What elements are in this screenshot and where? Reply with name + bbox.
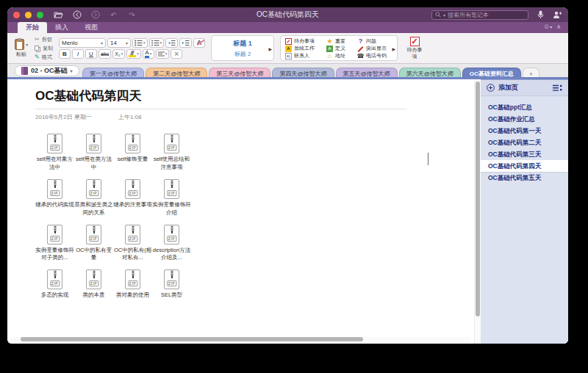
- tab-view[interactable]: 视图: [76, 22, 106, 33]
- forward-icon[interactable]: [90, 10, 100, 20]
- attachment-item[interactable]: ZIP类对象的使用: [113, 269, 152, 300]
- cut-button[interactable]: ✂剪切: [35, 36, 53, 43]
- underline-button[interactable]: U: [85, 49, 97, 59]
- zip-file-icon: ZIP: [164, 225, 179, 245]
- horizontal-scrollbar-thumb[interactable]: [21, 337, 363, 341]
- delete-button[interactable]: ×: [171, 49, 182, 59]
- horizontal-scrollbar[interactable]: [10, 337, 471, 341]
- collapse-ribbon-icon[interactable]: ∧: [556, 23, 561, 30]
- contact-card-icon: [285, 53, 292, 59]
- zoom-window-button[interactable]: [37, 12, 43, 18]
- attachment-item[interactable]: ZIP类的本质: [74, 269, 113, 300]
- sort-pages-icon[interactable]: [553, 84, 562, 92]
- tag-definition[interactable]: A定义: [326, 45, 345, 52]
- tag-highlight[interactable]: 突出显示: [357, 45, 387, 52]
- attachment-item[interactable]: ZIP继承的代码实现: [35, 179, 74, 217]
- tag-followup[interactable]: A后续工作: [285, 45, 315, 52]
- italic-button[interactable]: I: [72, 49, 84, 59]
- notebook-switcher[interactable]: 02 - OC基础 ▾: [15, 65, 79, 76]
- tag-phone[interactable]: ☎电话号码: [357, 52, 387, 59]
- feedback-smiley-icon[interactable]: ☺▾: [543, 23, 552, 30]
- tag-question[interactable]: ?问题: [357, 37, 387, 45]
- zip-file-icon: ZIP: [164, 134, 179, 153]
- paste-button[interactable]: ▾ 粘贴: [12, 39, 31, 58]
- page-list-item[interactable]: OC基础ppt汇总: [481, 101, 568, 113]
- attachment-item[interactable]: ZIPself修饰变量: [113, 134, 152, 172]
- page-list-item[interactable]: OC基础代码第二天: [481, 137, 568, 148]
- star-icon: ★: [326, 38, 333, 45]
- highlight-color-button[interactable]: ▾: [126, 49, 141, 59]
- attachment-item[interactable]: ZIP实例变量修饰符介绍: [152, 179, 191, 217]
- vertical-scrollbar[interactable]: [474, 79, 481, 344]
- tags-scroll-arrow-icon[interactable]: ▶: [392, 46, 395, 51]
- dictation-mic-icon[interactable]: [536, 10, 545, 20]
- page-list-item[interactable]: OC基础代码第五天: [481, 172, 568, 184]
- zip-file-icon: ZIP: [47, 134, 62, 153]
- undo-icon[interactable]: ↶: [109, 10, 118, 20]
- tab-insert[interactable]: 插入: [47, 22, 76, 33]
- tag-todo[interactable]: ✓待办事项: [285, 37, 315, 45]
- page-list-item[interactable]: OC基础作业汇总: [481, 113, 568, 125]
- copy-button[interactable]: 复制: [35, 45, 53, 52]
- format-painter-button[interactable]: ✎格式: [35, 54, 53, 61]
- font-size-select[interactable]: 14▾: [107, 38, 131, 48]
- attachment-item[interactable]: ZIPself使用总结和注意事项: [152, 134, 191, 172]
- zip-file-icon: ZIP: [47, 179, 62, 199]
- add-page-button[interactable]: 添加页: [498, 83, 518, 93]
- attachment-item[interactable]: ZIPSEL类型: [152, 269, 191, 300]
- redo-icon[interactable]: ↷: [127, 10, 137, 20]
- share-person-add-icon[interactable]: [553, 10, 562, 20]
- tag-address[interactable]: ⌂地址: [326, 52, 345, 59]
- page-list-item[interactable]: OC基础代码第三天: [481, 148, 568, 160]
- styles-scroll-arrow-icon[interactable]: ▶: [268, 46, 272, 51]
- sidebar-header: 添加页: [481, 80, 568, 96]
- page-title[interactable]: OC基础代码第四天: [35, 87, 474, 104]
- phone-icon: ☎: [357, 53, 364, 59]
- tag-important[interactable]: ★重要: [326, 37, 345, 45]
- strikethrough-button[interactable]: abc: [98, 49, 111, 59]
- page-list-item[interactable]: OC基础代码第一天: [481, 125, 568, 137]
- attachment-item[interactable]: ZIPself用在对象方法中: [35, 134, 74, 172]
- page-list-item-selected[interactable]: OC基础代码第四天: [481, 160, 568, 172]
- outdent-button[interactable]: [165, 38, 178, 48]
- font-color-button[interactable]: A▾: [143, 49, 154, 59]
- tab-home[interactable]: 开始: [18, 22, 47, 33]
- indent-button[interactable]: [179, 38, 192, 48]
- attachment-item[interactable]: ZIPOC中的私有(相对私有...: [113, 225, 152, 263]
- page-canvas[interactable]: OC基础代码第四天 2016年5月2日 星期一 上午1:08 ZIPself用在…: [7, 79, 474, 344]
- vertical-scrollbar-thumb[interactable]: [476, 82, 480, 316]
- back-icon[interactable]: [72, 10, 82, 20]
- clear-formatting-button[interactable]: A: [193, 38, 205, 48]
- minimize-window-button[interactable]: [25, 12, 32, 18]
- attachment-item[interactable]: ZIPOC中的私有变量: [74, 225, 113, 263]
- bullet-list-button[interactable]: ▾: [132, 38, 148, 48]
- numbered-list-button[interactable]: ▾: [149, 38, 165, 48]
- close-window-button[interactable]: [13, 12, 20, 18]
- onenote-window: ↶ ↷ OC基础代码第四天 ▾ 搜索所有笔记本 开始 插入 视图 ☺▾ ∧: [7, 7, 568, 344]
- attachment-item[interactable]: ZIP多态的实现: [35, 269, 74, 300]
- bold-button[interactable]: B: [59, 49, 71, 59]
- attachment-item[interactable]: ZIP实例变量修饰符对子类的...: [35, 225, 74, 263]
- style-heading2[interactable]: 标题 2: [234, 50, 251, 58]
- highlighter-icon: [129, 51, 136, 57]
- attachment-item[interactable]: ZIP继承的注意事项: [113, 179, 152, 217]
- todo-tag-button[interactable]: ✓ 待办事项: [404, 37, 426, 59]
- subscript-button[interactable]: X₂▾: [112, 49, 125, 59]
- attachment-item[interactable]: ZIP基类和派生类之间的关系: [74, 179, 113, 217]
- search-input[interactable]: ▾ 搜索所有笔记本: [431, 10, 528, 20]
- numbered-list-icon: [151, 40, 159, 46]
- attachment-item[interactable]: ZIPdescription方法介绍及...: [152, 225, 191, 263]
- todo-tag-label: 待办事项: [406, 47, 423, 59]
- attachment-item[interactable]: ZIPself用在类方法中: [74, 134, 113, 172]
- paragraph-align-button[interactable]: ▾: [156, 49, 170, 59]
- todo-big-checkbox-icon: ✓: [410, 37, 420, 46]
- open-notebook-icon[interactable]: [54, 10, 63, 20]
- font-name-select[interactable]: Menlo▾: [59, 38, 106, 48]
- style-heading1[interactable]: 标题 1: [233, 39, 252, 48]
- add-page-icon: [487, 84, 495, 92]
- zip-file-icon: ZIP: [125, 225, 140, 245]
- outdent-icon: [168, 40, 176, 46]
- tag-contact[interactable]: 联系人: [285, 52, 315, 59]
- zip-file-icon: ZIP: [164, 179, 179, 199]
- ribbon-tabstrip: 开始 插入 视图 ☺▾ ∧: [7, 22, 568, 33]
